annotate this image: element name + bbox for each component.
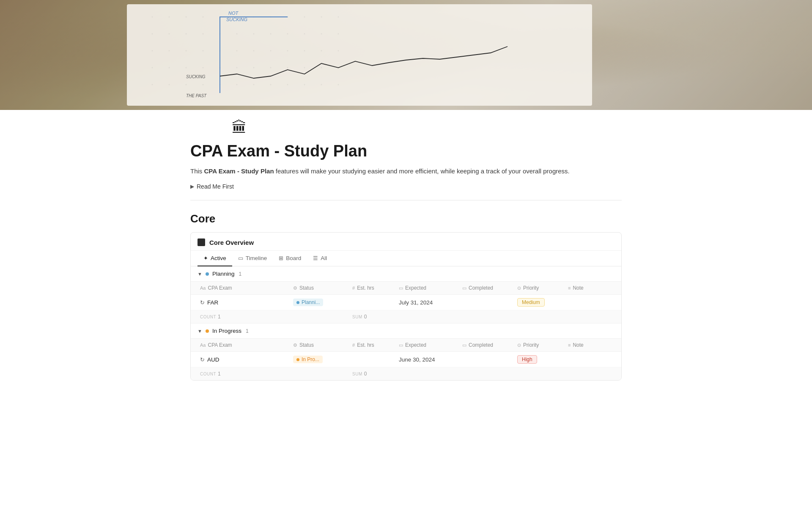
cal-icon-4: ▭ [462, 343, 466, 348]
sum-label-2: SUM [352, 372, 362, 376]
svg-point-33 [270, 50, 272, 52]
tab-timeline-label: Timeline [246, 255, 267, 261]
planning-dot-icon [206, 272, 209, 276]
aud-status-cell[interactable]: In Pro... [291, 353, 350, 366]
aud-status-label: In Pro... [302, 356, 319, 362]
svg-point-28 [186, 50, 187, 52]
section-divider [190, 200, 622, 200]
count-label-2: COUNT [200, 372, 216, 376]
svg-point-58 [287, 84, 288, 85]
group-planning-header[interactable]: ▼ Planning 1 [191, 266, 621, 281]
ip-note-footer [565, 368, 614, 379]
svg-point-45 [270, 67, 272, 69]
svg-point-43 [236, 67, 238, 69]
svg-text:NOT: NOT [228, 11, 239, 16]
planning-status-footer [291, 311, 350, 322]
count-label-1: COUNT [200, 315, 216, 319]
col-completed-planning-label: Completed [469, 285, 493, 291]
svg-point-24 [321, 33, 322, 35]
svg-point-48 [321, 67, 322, 69]
svg-point-16 [186, 33, 187, 35]
hash-icon-2: # [352, 343, 355, 348]
planning-tag-dot [296, 301, 299, 304]
group-inprogress-header[interactable]: ▼ In Progress 1 [191, 323, 621, 338]
far-status-cell[interactable]: Planni... [291, 296, 350, 309]
far-expected-cell: July 31, 2024 [396, 297, 460, 308]
svg-point-19 [236, 33, 238, 35]
aud-priority-tag: High [517, 355, 537, 364]
planning-expected-footer [396, 311, 460, 322]
svg-rect-1 [127, 4, 592, 106]
svg-point-59 [304, 84, 305, 85]
svg-text:THE PAST: THE PAST [186, 93, 207, 98]
tab-board[interactable]: ⊞ Board [273, 251, 307, 266]
tab-active[interactable]: ✦ Active [198, 251, 232, 266]
svg-point-35 [304, 50, 305, 52]
svg-point-40 [186, 67, 187, 69]
database-title: Core Overview [209, 239, 254, 246]
col-esthrs-planning-label: Est. hrs [357, 285, 374, 291]
tab-all[interactable]: ☰ All [307, 251, 333, 266]
tab-active-label: Active [211, 255, 226, 261]
svg-text:SUCKING: SUCKING [226, 17, 248, 22]
read-me-label: Read Me First [197, 183, 234, 190]
svg-point-26 [152, 50, 153, 52]
timeline-tab-icon: ▭ [238, 255, 243, 261]
far-status-tag: Planni... [293, 299, 323, 306]
aud-note-cell[interactable] [565, 357, 614, 362]
svg-point-55 [236, 84, 238, 85]
col-priority-ip-label: Priority [523, 342, 539, 348]
far-note-cell[interactable] [565, 300, 614, 305]
priority-icon-1: ⊙ [517, 285, 521, 291]
count-value-1: 1 [218, 314, 221, 320]
hero-banner: NOT SUCKING SUCKING THE PAST [0, 0, 812, 110]
col-status-planning: ⚙ Status [291, 283, 350, 293]
sum-label-1: SUM [352, 315, 362, 319]
far-row-icon: ↻ [200, 299, 205, 306]
planning-table-header: Aa CPA Exam ⚙ Status # Est. hrs ▭ Expect… [191, 281, 621, 295]
far-esthrs-cell[interactable] [350, 300, 396, 305]
col-expected-ip: ▭ Expected [396, 340, 460, 350]
svg-point-31 [236, 50, 238, 52]
database-icon [198, 238, 205, 246]
col-completed-ip-label: Completed [469, 342, 493, 348]
inprogress-dot-icon [206, 329, 209, 333]
svg-point-47 [304, 67, 305, 69]
svg-point-15 [169, 33, 170, 35]
svg-point-14 [152, 33, 153, 35]
far-priority-cell[interactable]: Medium [515, 296, 565, 309]
svg-point-23 [304, 33, 305, 35]
svg-point-52 [186, 84, 187, 85]
col-status-ip: ⚙ Status [291, 340, 350, 350]
svg-point-13 [338, 16, 339, 18]
planning-label: Planning [212, 271, 235, 277]
svg-point-29 [203, 50, 204, 52]
database-header: Core Overview [191, 233, 621, 251]
aud-expected-cell: June 30, 2024 [396, 354, 460, 365]
aud-esthrs-cell[interactable] [350, 357, 396, 362]
far-name: FAR [207, 299, 218, 306]
inprogress-table-header: Aa CPA Exam ⚙ Status # Est. hrs ▭ Expect… [191, 338, 621, 352]
aud-priority-cell[interactable]: High [515, 353, 565, 366]
read-me-toggle[interactable]: ▶ Read Me First [190, 181, 622, 192]
col-note-planning: ≡ Note [565, 283, 614, 293]
hero-chart-svg: NOT SUCKING SUCKING THE PAST [0, 0, 812, 110]
ip-sum-footer: SUM 0 [350, 368, 396, 379]
description-bold: CPA Exam - Study Plan [204, 167, 274, 175]
svg-point-51 [169, 84, 170, 85]
aud-completed-cell [460, 357, 515, 362]
toggle-arrow-icon: ▶ [190, 184, 194, 189]
inprogress-footer-row: COUNT 1 SUM 0 [191, 367, 621, 380]
table-row[interactable]: ↻ AUD In Pro... June 30, 2024 High [191, 352, 621, 367]
table-row[interactable]: ↻ FAR Planni... July 31, 2024 Medium [191, 295, 621, 310]
col-expected-ip-label: Expected [405, 342, 426, 348]
page-description: This CPA Exam - Study Plan features will… [190, 166, 622, 176]
tab-timeline[interactable]: ▭ Timeline [232, 251, 273, 266]
svg-point-34 [287, 50, 288, 52]
planning-count-footer: COUNT 1 [198, 311, 291, 322]
database-card: Core Overview ✦ Active ▭ Timeline ⊞ Boar… [190, 232, 622, 381]
priority-icon-2: ⊙ [517, 343, 521, 348]
sum-value-2: 0 [364, 371, 367, 377]
svg-point-38 [152, 67, 153, 69]
svg-point-50 [152, 84, 153, 85]
